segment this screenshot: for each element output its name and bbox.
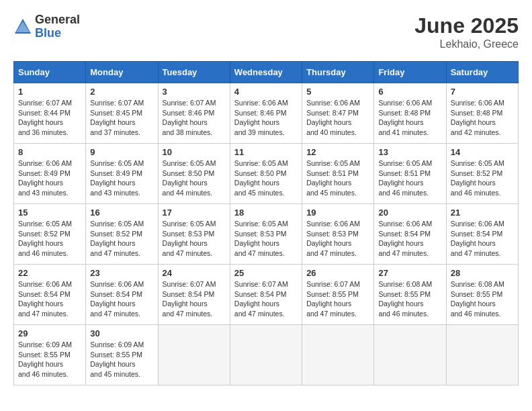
- day-number: 18: [234, 208, 298, 218]
- calendar-cell: 5Sunrise: 6:06 AMSunset: 8:47 PMDaylight…: [302, 83, 374, 144]
- calendar-cell: 16Sunrise: 6:05 AMSunset: 8:52 PMDayligh…: [86, 204, 158, 265]
- calendar-cell: 28Sunrise: 6:08 AMSunset: 8:55 PMDayligh…: [446, 265, 518, 325]
- day-number: 13: [378, 147, 441, 157]
- calendar-week-1: 1Sunrise: 6:07 AMSunset: 8:44 PMDaylight…: [14, 83, 519, 144]
- calendar-cell: 22Sunrise: 6:06 AMSunset: 8:54 PMDayligh…: [14, 265, 86, 325]
- cell-content: Sunrise: 6:08 AMSunset: 8:55 PMDaylight …: [378, 279, 441, 319]
- cell-content: Sunrise: 6:07 AMSunset: 8:44 PMDaylight …: [18, 98, 81, 138]
- calendar-cell: 19Sunrise: 6:06 AMSunset: 8:53 PMDayligh…: [302, 204, 374, 265]
- cell-content: Sunrise: 6:05 AMSunset: 8:53 PMDaylight …: [234, 219, 298, 259]
- calendar-cell: 7Sunrise: 6:06 AMSunset: 8:48 PMDaylight…: [446, 83, 518, 144]
- location: Lekhaio, Greece: [414, 38, 519, 50]
- calendar-cell: 1Sunrise: 6:07 AMSunset: 8:44 PMDaylight…: [14, 83, 86, 144]
- calendar-cell: 12Sunrise: 6:05 AMSunset: 8:51 PMDayligh…: [302, 144, 374, 204]
- calendar-cell: [230, 325, 302, 385]
- cell-content: Sunrise: 6:05 AMSunset: 8:53 PMDaylight …: [163, 219, 226, 259]
- day-number: 3: [163, 87, 226, 97]
- day-number: 29: [18, 328, 81, 338]
- logo: General Blue: [13, 13, 80, 40]
- logo-text: General Blue: [35, 13, 80, 40]
- calendar-cell: 4Sunrise: 6:06 AMSunset: 8:46 PMDaylight…: [230, 83, 302, 144]
- cell-content: Sunrise: 6:06 AMSunset: 8:54 PMDaylight …: [90, 279, 153, 319]
- calendar-cell: [374, 325, 446, 385]
- cell-content: Sunrise: 6:05 AMSunset: 8:51 PMDaylight …: [378, 158, 441, 198]
- day-number: 16: [90, 208, 153, 218]
- day-number: 22: [18, 268, 81, 278]
- calendar-header-wednesday: Wednesday: [230, 62, 302, 83]
- day-number: 6: [378, 87, 441, 97]
- cell-content: Sunrise: 6:07 AMSunset: 8:54 PMDaylight …: [163, 279, 226, 319]
- calendar-cell: 27Sunrise: 6:08 AMSunset: 8:55 PMDayligh…: [374, 265, 446, 325]
- calendar-week-2: 8Sunrise: 6:06 AMSunset: 8:49 PMDaylight…: [14, 144, 519, 204]
- day-number: 30: [90, 328, 153, 338]
- calendar-header-tuesday: Tuesday: [158, 62, 230, 83]
- day-number: 14: [451, 147, 514, 157]
- calendar-week-3: 15Sunrise: 6:05 AMSunset: 8:52 PMDayligh…: [14, 204, 519, 265]
- calendar-header-sunday: Sunday: [14, 62, 86, 83]
- day-number: 2: [90, 87, 153, 97]
- calendar-cell: 8Sunrise: 6:06 AMSunset: 8:49 PMDaylight…: [14, 144, 86, 204]
- month-title: June 2025: [414, 13, 519, 38]
- cell-content: Sunrise: 6:05 AMSunset: 8:50 PMDaylight …: [234, 158, 298, 198]
- cell-content: Sunrise: 6:06 AMSunset: 8:54 PMDaylight …: [18, 279, 81, 319]
- day-number: 17: [163, 208, 226, 218]
- day-number: 4: [234, 87, 298, 97]
- cell-content: Sunrise: 6:09 AMSunset: 8:55 PMDaylight …: [90, 340, 153, 379]
- day-number: 19: [306, 208, 369, 218]
- cell-content: Sunrise: 6:06 AMSunset: 8:46 PMDaylight …: [234, 98, 298, 138]
- calendar-header-row: SundayMondayTuesdayWednesdayThursdayFrid…: [14, 62, 519, 83]
- calendar-header-friday: Friday: [374, 62, 446, 83]
- day-number: 21: [451, 208, 514, 218]
- calendar-cell: 20Sunrise: 6:06 AMSunset: 8:54 PMDayligh…: [374, 204, 446, 265]
- calendar-cell: 21Sunrise: 6:06 AMSunset: 8:54 PMDayligh…: [446, 204, 518, 265]
- calendar-cell: 29Sunrise: 6:09 AMSunset: 8:55 PMDayligh…: [14, 325, 86, 385]
- calendar-table: SundayMondayTuesdayWednesdayThursdayFrid…: [13, 61, 519, 385]
- day-number: 11: [234, 147, 298, 157]
- calendar-cell: [446, 325, 518, 385]
- calendar-cell: 13Sunrise: 6:05 AMSunset: 8:51 PMDayligh…: [374, 144, 446, 204]
- day-number: 15: [18, 208, 81, 218]
- day-number: 23: [90, 268, 153, 278]
- calendar-cell: 2Sunrise: 6:07 AMSunset: 8:45 PMDaylight…: [86, 83, 158, 144]
- calendar-cell: 25Sunrise: 6:07 AMSunset: 8:54 PMDayligh…: [230, 265, 302, 325]
- cell-content: Sunrise: 6:06 AMSunset: 8:54 PMDaylight …: [378, 219, 441, 259]
- cell-content: Sunrise: 6:07 AMSunset: 8:46 PMDaylight …: [163, 98, 226, 138]
- calendar-week-5: 29Sunrise: 6:09 AMSunset: 8:55 PMDayligh…: [14, 325, 519, 385]
- cell-content: Sunrise: 6:06 AMSunset: 8:48 PMDaylight …: [451, 98, 514, 138]
- cell-content: Sunrise: 6:07 AMSunset: 8:55 PMDaylight …: [306, 279, 369, 319]
- cell-content: Sunrise: 6:06 AMSunset: 8:54 PMDaylight …: [451, 219, 514, 259]
- day-number: 5: [306, 87, 369, 97]
- logo-blue: Blue: [35, 27, 80, 40]
- cell-content: Sunrise: 6:05 AMSunset: 8:52 PMDaylight …: [451, 158, 514, 198]
- calendar-cell: 9Sunrise: 6:05 AMSunset: 8:49 PMDaylight…: [86, 144, 158, 204]
- day-number: 20: [378, 208, 441, 218]
- day-number: 26: [306, 268, 369, 278]
- cell-content: Sunrise: 6:08 AMSunset: 8:55 PMDaylight …: [451, 279, 514, 319]
- calendar-cell: [302, 325, 374, 385]
- calendar-cell: 14Sunrise: 6:05 AMSunset: 8:52 PMDayligh…: [446, 144, 518, 204]
- calendar-cell: 15Sunrise: 6:05 AMSunset: 8:52 PMDayligh…: [14, 204, 86, 265]
- svg-marker-1: [16, 21, 30, 32]
- day-number: 25: [234, 268, 298, 278]
- calendar-header-saturday: Saturday: [446, 62, 518, 83]
- calendar-cell: [158, 325, 230, 385]
- cell-content: Sunrise: 6:06 AMSunset: 8:48 PMDaylight …: [378, 98, 441, 138]
- calendar-week-4: 22Sunrise: 6:06 AMSunset: 8:54 PMDayligh…: [14, 265, 519, 325]
- cell-content: Sunrise: 6:06 AMSunset: 8:47 PMDaylight …: [306, 98, 369, 138]
- calendar-header-thursday: Thursday: [302, 62, 374, 83]
- calendar-header-monday: Monday: [86, 62, 158, 83]
- day-number: 12: [306, 147, 369, 157]
- calendar-cell: 6Sunrise: 6:06 AMSunset: 8:48 PMDaylight…: [374, 83, 446, 144]
- cell-content: Sunrise: 6:05 AMSunset: 8:49 PMDaylight …: [90, 158, 153, 198]
- cell-content: Sunrise: 6:05 AMSunset: 8:52 PMDaylight …: [18, 219, 81, 259]
- day-number: 1: [18, 87, 81, 97]
- day-number: 8: [18, 147, 81, 157]
- calendar-cell: 18Sunrise: 6:05 AMSunset: 8:53 PMDayligh…: [230, 204, 302, 265]
- calendar-cell: 10Sunrise: 6:05 AMSunset: 8:50 PMDayligh…: [158, 144, 230, 204]
- calendar-cell: 11Sunrise: 6:05 AMSunset: 8:50 PMDayligh…: [230, 144, 302, 204]
- day-number: 10: [163, 147, 226, 157]
- cell-content: Sunrise: 6:07 AMSunset: 8:54 PMDaylight …: [234, 279, 298, 319]
- cell-content: Sunrise: 6:06 AMSunset: 8:49 PMDaylight …: [18, 158, 81, 198]
- calendar-cell: 24Sunrise: 6:07 AMSunset: 8:54 PMDayligh…: [158, 265, 230, 325]
- day-number: 7: [451, 87, 514, 97]
